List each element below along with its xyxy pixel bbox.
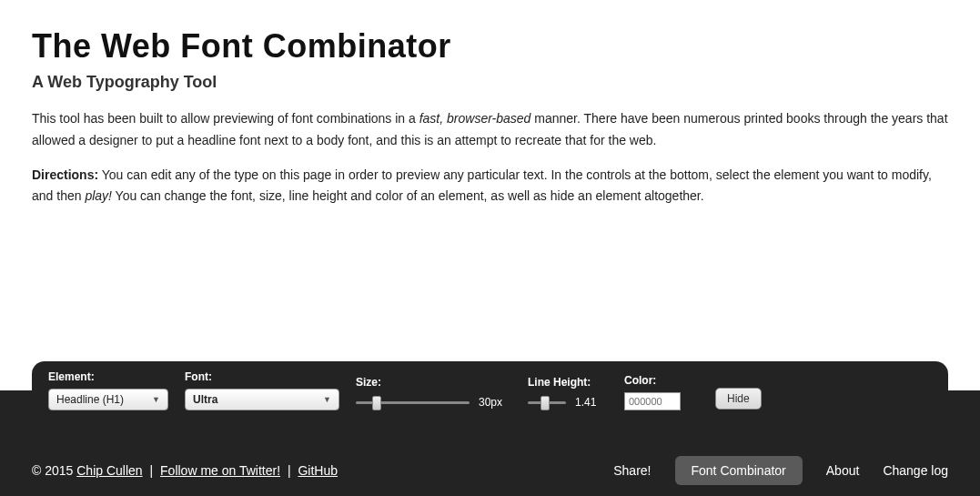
page-subheadline[interactable]: A Web Typography Tool — [32, 73, 948, 92]
size-value: 30px — [479, 396, 511, 409]
size-slider[interactable] — [356, 394, 470, 410]
size-slider-thumb[interactable] — [372, 396, 381, 410]
page-headline[interactable]: The Web Font Combinator — [32, 27, 948, 66]
nav-about[interactable]: About — [826, 463, 860, 478]
body-paragraph-2[interactable]: Directions: You can edit any of the type… — [32, 165, 948, 208]
element-select-value: Headline (H1) — [56, 393, 124, 406]
github-link[interactable]: GitHub — [298, 463, 338, 478]
chevron-down-icon: ▼ — [152, 395, 160, 404]
color-input[interactable] — [624, 392, 681, 410]
font-label: Font: — [185, 370, 339, 383]
copyright-text: © 2015 — [32, 463, 76, 478]
element-select[interactable]: Headline (H1) ▼ — [48, 389, 168, 410]
body2-italic: play! — [85, 188, 112, 203]
size-label: Size: — [356, 376, 511, 389]
nav-font-combinator[interactable]: Font Combinator — [675, 456, 803, 485]
directions-label: Directions: — [32, 167, 98, 182]
nav-share[interactable]: Share! — [613, 463, 651, 478]
nav-changelog[interactable]: Change log — [883, 463, 948, 478]
footer-sep-2: | — [284, 463, 294, 478]
color-label: Color: — [624, 374, 681, 387]
body1-pre: This tool has been built to allow previe… — [32, 111, 419, 126]
lineheight-slider[interactable] — [528, 394, 566, 410]
lineheight-label: Line Height: — [528, 376, 608, 389]
element-label: Element: — [48, 370, 168, 383]
footer-sep-1: | — [146, 463, 157, 478]
font-select[interactable]: Ultra ▼ — [185, 389, 339, 410]
body-paragraph-1[interactable]: This tool has been built to allow previe… — [32, 108, 948, 152]
footer-left: © 2015 Chip Cullen | Follow me on Twitte… — [32, 463, 338, 478]
body2-post: You can change the font, size, line heig… — [112, 188, 704, 203]
lineheight-slider-thumb[interactable] — [541, 396, 550, 410]
twitter-link[interactable]: Follow me on Twitter! — [160, 463, 280, 478]
chevron-down-icon: ▼ — [323, 395, 331, 404]
author-link[interactable]: Chip Cullen — [76, 463, 142, 478]
lineheight-value: 1.41 — [575, 396, 608, 409]
font-select-value: Ultra — [193, 393, 217, 406]
controls-panel: Element: Headline (H1) ▼ Font: Ultra ▼ S… — [32, 361, 948, 425]
footer-nav: Share! Font Combinator About Change log — [613, 456, 948, 485]
body1-italic: fast, browser-based — [419, 111, 531, 126]
hide-button[interactable]: Hide — [715, 388, 762, 410]
